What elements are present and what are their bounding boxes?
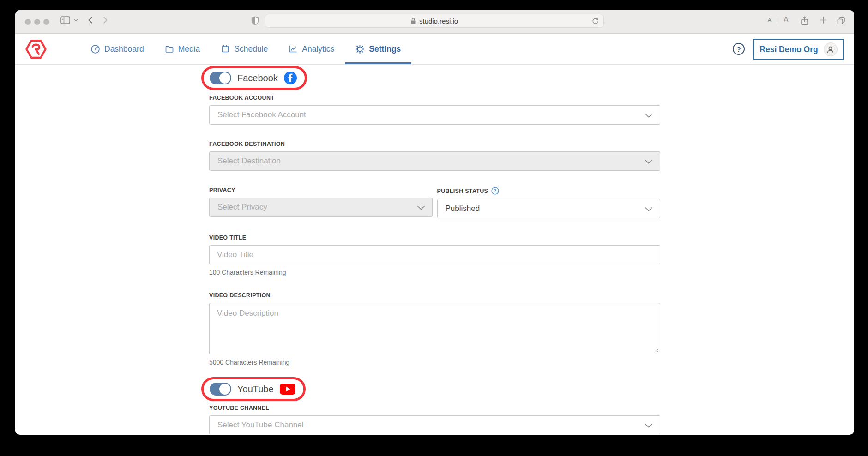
youtube-toggle-label: YouTube — [237, 384, 274, 395]
sidebar-menu-chevron-icon[interactable] — [74, 19, 78, 22]
nav-item-analytics[interactable]: Analytics — [289, 44, 334, 54]
facebook-account-placeholder: Select Facebook Account — [217, 110, 306, 120]
publish-status-label: PUBLISH STATUS ? — [437, 187, 661, 195]
new-tab-icon[interactable] — [820, 17, 827, 24]
window-zoom-button[interactable] — [43, 19, 49, 25]
settings-page: Facebook FACEBOOK ACCOUNT Select Faceboo… — [15, 65, 854, 434]
window-minimize-button[interactable] — [34, 19, 40, 25]
video-description-group: VIDEO DESCRIPTION 5000 Characters Remain… — [209, 292, 660, 366]
forward-button-icon[interactable] — [103, 17, 108, 24]
toggle-knob — [219, 72, 230, 84]
youtube-channel-label: YOUTUBE CHANNEL — [209, 405, 660, 411]
privacy-publish-row: PRIVACY Select Privacy PUBLISH STATUS ? — [209, 187, 660, 218]
nav-label: Schedule — [234, 44, 268, 54]
facebook-account-select[interactable]: Select Facebook Account — [209, 105, 660, 125]
address-bar[interactable]: studio.resi.io — [265, 14, 604, 28]
publish-status-value: Published — [446, 204, 480, 213]
publish-status-label-text: PUBLISH STATUS — [437, 188, 488, 194]
svg-text:?: ? — [736, 45, 741, 53]
analytics-chart-icon — [289, 44, 298, 54]
nav-item-schedule[interactable]: Schedule — [221, 44, 268, 54]
svg-text:?: ? — [494, 188, 496, 193]
org-name: Resi Demo Org — [760, 45, 818, 54]
video-description-label: VIDEO DESCRIPTION — [209, 292, 660, 299]
reload-icon[interactable] — [591, 18, 599, 25]
facebook-account-group: FACEBOOK ACCOUNT Select Facebook Account — [209, 95, 660, 125]
nav-label: Settings — [369, 44, 401, 54]
youtube-channel-select[interactable]: Select YouTube Channel — [209, 415, 660, 434]
back-button-icon[interactable] — [88, 17, 92, 24]
youtube-toggle[interactable] — [210, 383, 231, 396]
browser-toolbar: studio.resi.io A A — [15, 10, 854, 34]
decrease-text-size-button[interactable]: A — [768, 17, 771, 23]
publish-status-help-icon[interactable]: ? — [491, 187, 499, 195]
facebook-toggle[interactable] — [210, 72, 231, 84]
publish-status-select[interactable]: Published — [437, 199, 661, 218]
app-navbar: Dashboard Media Schedule — [15, 34, 854, 65]
facebook-destination-label: FACEBOOK DESTINATION — [209, 141, 660, 147]
nav-item-settings[interactable]: Settings — [355, 44, 401, 54]
avatar — [824, 42, 838, 56]
privacy-shield-icon[interactable] — [251, 16, 259, 26]
facebook-destination-select[interactable]: Select Destination — [209, 151, 660, 171]
facebook-toggle-label: Facebook — [237, 73, 278, 84]
resi-logo[interactable] — [25, 39, 47, 59]
privacy-label: PRIVACY — [209, 187, 433, 193]
media-folder-icon — [165, 44, 174, 54]
toolbar-divider — [778, 16, 778, 24]
simulcast-settings-form: Facebook FACEBOOK ACCOUNT Select Faceboo… — [209, 66, 660, 434]
facebook-icon — [284, 72, 297, 84]
org-menu-button[interactable]: Resi Demo Org — [753, 39, 844, 60]
privacy-placeholder: Select Privacy — [217, 203, 267, 212]
video-title-helper: 100 Characters Remaining — [209, 269, 660, 276]
chevron-down-icon — [645, 207, 652, 211]
youtube-channel-placeholder: Select YouTube Channel — [217, 420, 304, 430]
youtube-icon — [280, 384, 295, 395]
share-icon[interactable] — [800, 16, 809, 26]
privacy-select[interactable]: Select Privacy — [209, 198, 433, 217]
nav-item-dashboard[interactable]: Dashboard — [90, 44, 144, 54]
address-text: studio.resi.io — [419, 17, 458, 25]
tab-overview-icon[interactable] — [837, 16, 846, 25]
chevron-down-icon — [645, 160, 652, 164]
schedule-calendar-icon — [221, 44, 230, 54]
increase-text-size-button[interactable]: A — [784, 16, 789, 24]
help-icon[interactable]: ? — [732, 42, 745, 55]
user-icon — [826, 46, 834, 54]
facebook-destination-group: FACEBOOK DESTINATION Select Destination — [209, 141, 660, 171]
nav-item-media[interactable]: Media — [165, 44, 200, 54]
window-close-button[interactable] — [25, 19, 31, 25]
youtube-toggle-annotation: YouTube — [201, 377, 306, 401]
nav-label: Media — [178, 44, 200, 54]
chevron-down-icon — [417, 206, 425, 210]
facebook-destination-placeholder: Select Destination — [217, 156, 281, 166]
resize-handle[interactable] — [654, 348, 659, 353]
video-description-textarea[interactable] — [209, 303, 660, 354]
nav-label: Dashboard — [104, 44, 144, 54]
video-description-helper: 5000 Characters Remaining — [209, 359, 660, 366]
video-title-label: VIDEO TITLE — [209, 234, 660, 241]
publish-status-group: PUBLISH STATUS ? Published — [437, 187, 661, 218]
privacy-group: PRIVACY Select Privacy — [209, 187, 433, 218]
nav-links: Dashboard Media Schedule — [90, 34, 401, 64]
facebook-account-label: FACEBOOK ACCOUNT — [209, 95, 660, 101]
dashboard-icon — [90, 44, 100, 54]
video-title-group: VIDEO TITLE 100 Characters Remaining — [209, 234, 660, 276]
facebook-toggle-annotation: Facebook — [201, 66, 307, 90]
nav-label: Analytics — [302, 44, 334, 54]
lock-icon — [410, 18, 416, 24]
youtube-channel-group: YOUTUBE CHANNEL Select YouTube Channel — [209, 405, 660, 434]
browser-window: studio.resi.io A A — [15, 10, 854, 435]
video-title-input[interactable] — [209, 245, 660, 264]
chevron-down-icon — [645, 114, 652, 118]
settings-gear-icon — [355, 44, 365, 54]
chevron-down-icon — [645, 424, 652, 428]
sidebar-toggle-icon[interactable] — [60, 16, 70, 24]
toggle-knob — [219, 384, 230, 395]
